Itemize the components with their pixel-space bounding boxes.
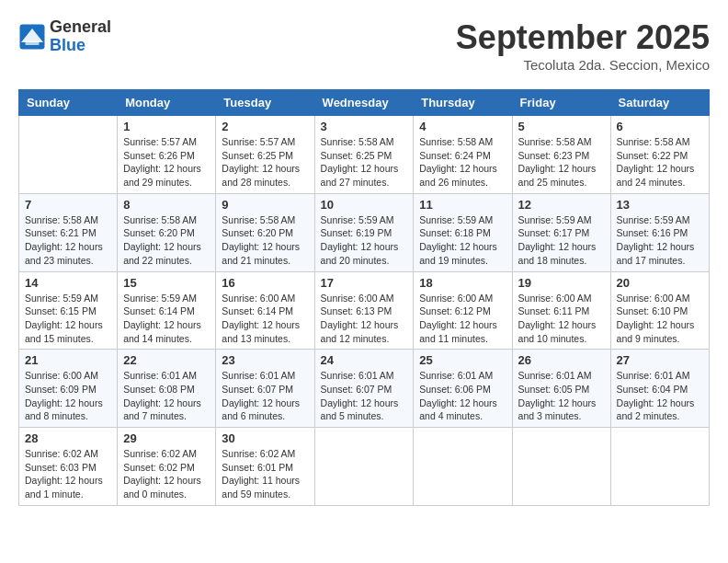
day-info: Sunrise: 6:01 AM Sunset: 6:05 PM Dayligh… <box>518 369 605 423</box>
calendar-cell: 25Sunrise: 6:01 AM Sunset: 6:06 PM Dayli… <box>414 350 512 428</box>
calendar-table: SundayMondayTuesdayWednesdayThursdayFrid… <box>18 89 710 506</box>
calendar-cell <box>414 428 512 506</box>
day-number: 11 <box>419 198 506 212</box>
day-number: 7 <box>25 198 111 212</box>
day-info: Sunrise: 5:59 AM Sunset: 6:17 PM Dayligh… <box>518 213 605 268</box>
calendar-cell: 6Sunrise: 5:58 AM Sunset: 6:22 PM Daylig… <box>610 116 709 194</box>
calendar-body: 1Sunrise: 5:57 AM Sunset: 6:26 PM Daylig… <box>19 116 710 506</box>
weekday-header: Friday <box>512 90 610 116</box>
weekday-header: Thursday <box>414 90 512 116</box>
calendar-cell: 8Sunrise: 5:58 AM Sunset: 6:20 PM Daylig… <box>118 193 216 271</box>
day-info: Sunrise: 6:01 AM Sunset: 6:07 PM Dayligh… <box>321 369 408 423</box>
day-number: 6 <box>617 120 703 133</box>
day-number: 10 <box>321 198 408 212</box>
calendar-cell <box>19 116 118 194</box>
logo-line2: Blue <box>50 36 85 54</box>
calendar-cell: 4Sunrise: 5:58 AM Sunset: 6:24 PM Daylig… <box>414 116 512 194</box>
day-number: 30 <box>222 431 308 445</box>
calendar-cell <box>512 428 610 506</box>
calendar-cell <box>314 428 414 506</box>
day-info: Sunrise: 5:57 AM Sunset: 6:26 PM Dayligh… <box>123 135 210 190</box>
logo-icon <box>18 23 46 51</box>
calendar-cell <box>610 428 709 506</box>
calendar-header: SundayMondayTuesdayWednesdayThursdayFrid… <box>19 90 710 116</box>
calendar-cell: 1Sunrise: 5:57 AM Sunset: 6:26 PM Daylig… <box>118 116 216 194</box>
day-number: 3 <box>321 120 408 133</box>
calendar-cell: 12Sunrise: 5:59 AM Sunset: 6:17 PM Dayli… <box>512 193 610 271</box>
day-number: 9 <box>222 198 308 212</box>
calendar-cell: 15Sunrise: 5:59 AM Sunset: 6:14 PM Dayli… <box>118 271 216 350</box>
calendar-row: 28Sunrise: 6:02 AM Sunset: 6:03 PM Dayli… <box>19 428 710 506</box>
day-number: 17 <box>321 276 408 290</box>
day-info: Sunrise: 5:58 AM Sunset: 6:22 PM Dayligh… <box>617 135 703 190</box>
day-info: Sunrise: 6:00 AM Sunset: 6:11 PM Dayligh… <box>518 292 605 346</box>
day-number: 27 <box>617 353 703 367</box>
title-section: September 2025 Tecoluta 2da. Seccion, Me… <box>456 18 710 73</box>
day-number: 26 <box>518 353 605 367</box>
day-info: Sunrise: 5:57 AM Sunset: 6:25 PM Dayligh… <box>222 135 308 190</box>
calendar-row: 21Sunrise: 6:00 AM Sunset: 6:09 PM Dayli… <box>19 350 710 428</box>
calendar-cell: 22Sunrise: 6:01 AM Sunset: 6:08 PM Dayli… <box>118 350 216 428</box>
calendar-cell: 30Sunrise: 6:02 AM Sunset: 6:01 PM Dayli… <box>216 428 314 506</box>
day-number: 1 <box>123 120 210 133</box>
calendar-cell: 24Sunrise: 6:01 AM Sunset: 6:07 PM Dayli… <box>314 350 414 428</box>
day-info: Sunrise: 6:00 AM Sunset: 6:10 PM Dayligh… <box>617 292 703 346</box>
day-info: Sunrise: 6:01 AM Sunset: 6:07 PM Dayligh… <box>222 369 308 423</box>
calendar-cell: 16Sunrise: 6:00 AM Sunset: 6:14 PM Dayli… <box>216 271 314 350</box>
day-number: 18 <box>419 276 506 290</box>
day-info: Sunrise: 6:00 AM Sunset: 6:13 PM Dayligh… <box>321 292 408 346</box>
day-number: 8 <box>123 198 210 212</box>
weekday-header: Sunday <box>19 90 118 116</box>
calendar-cell: 27Sunrise: 6:01 AM Sunset: 6:04 PM Dayli… <box>610 350 709 428</box>
day-info: Sunrise: 6:00 AM Sunset: 6:12 PM Dayligh… <box>419 292 506 346</box>
calendar-row: 14Sunrise: 5:59 AM Sunset: 6:15 PM Dayli… <box>19 271 710 350</box>
calendar-cell: 2Sunrise: 5:57 AM Sunset: 6:25 PM Daylig… <box>216 116 314 194</box>
calendar-cell: 3Sunrise: 5:58 AM Sunset: 6:25 PM Daylig… <box>314 116 414 194</box>
day-info: Sunrise: 6:00 AM Sunset: 6:09 PM Dayligh… <box>25 369 111 423</box>
day-info: Sunrise: 5:58 AM Sunset: 6:25 PM Dayligh… <box>321 135 408 190</box>
calendar-cell: 23Sunrise: 6:01 AM Sunset: 6:07 PM Dayli… <box>216 350 314 428</box>
calendar-cell: 18Sunrise: 6:00 AM Sunset: 6:12 PM Dayli… <box>414 271 512 350</box>
calendar-cell: 7Sunrise: 5:58 AM Sunset: 6:21 PM Daylig… <box>19 193 118 271</box>
calendar-cell: 28Sunrise: 6:02 AM Sunset: 6:03 PM Dayli… <box>19 428 118 506</box>
day-number: 4 <box>419 120 506 133</box>
day-number: 23 <box>222 353 308 367</box>
day-info: Sunrise: 5:58 AM Sunset: 6:23 PM Dayligh… <box>518 135 605 190</box>
logo-line1: General <box>50 17 111 36</box>
weekday-header: Wednesday <box>314 90 414 116</box>
calendar-cell: 9Sunrise: 5:58 AM Sunset: 6:20 PM Daylig… <box>216 193 314 271</box>
day-number: 25 <box>419 353 506 367</box>
day-info: Sunrise: 5:59 AM Sunset: 6:19 PM Dayligh… <box>321 213 408 268</box>
day-info: Sunrise: 5:58 AM Sunset: 6:20 PM Dayligh… <box>123 213 210 268</box>
day-number: 28 <box>25 431 111 445</box>
calendar-cell: 11Sunrise: 5:59 AM Sunset: 6:18 PM Dayli… <box>414 193 512 271</box>
calendar-cell: 29Sunrise: 6:02 AM Sunset: 6:02 PM Dayli… <box>118 428 216 506</box>
day-info: Sunrise: 5:58 AM Sunset: 6:24 PM Dayligh… <box>419 135 506 190</box>
day-number: 20 <box>617 276 703 290</box>
weekday-header: Saturday <box>610 90 709 116</box>
svg-rect-2 <box>26 40 40 45</box>
day-info: Sunrise: 6:02 AM Sunset: 6:01 PM Dayligh… <box>222 447 308 501</box>
day-number: 13 <box>617 198 703 212</box>
day-number: 21 <box>25 353 111 367</box>
day-info: Sunrise: 5:59 AM Sunset: 6:15 PM Dayligh… <box>25 292 111 346</box>
day-number: 2 <box>222 120 308 133</box>
calendar-cell: 20Sunrise: 6:00 AM Sunset: 6:10 PM Dayli… <box>610 271 709 350</box>
day-info: Sunrise: 5:58 AM Sunset: 6:21 PM Dayligh… <box>25 213 111 268</box>
calendar-cell: 13Sunrise: 5:59 AM Sunset: 6:16 PM Dayli… <box>610 193 709 271</box>
day-info: Sunrise: 5:59 AM Sunset: 6:14 PM Dayligh… <box>123 292 210 346</box>
logo: General Blue <box>18 18 111 55</box>
day-number: 12 <box>518 198 605 212</box>
day-number: 29 <box>123 431 210 445</box>
day-info: Sunrise: 6:00 AM Sunset: 6:14 PM Dayligh… <box>222 292 308 346</box>
location-title: Tecoluta 2da. Seccion, Mexico <box>456 57 710 73</box>
weekday-header: Tuesday <box>216 90 314 116</box>
day-info: Sunrise: 5:58 AM Sunset: 6:20 PM Dayligh… <box>222 213 308 268</box>
month-title: September 2025 <box>456 18 710 57</box>
day-number: 24 <box>321 353 408 367</box>
day-info: Sunrise: 6:01 AM Sunset: 6:08 PM Dayligh… <box>123 369 210 423</box>
calendar-cell: 10Sunrise: 5:59 AM Sunset: 6:19 PM Dayli… <box>314 193 414 271</box>
calendar-cell: 17Sunrise: 6:00 AM Sunset: 6:13 PM Dayli… <box>314 271 414 350</box>
day-number: 14 <box>25 276 111 290</box>
calendar-cell: 26Sunrise: 6:01 AM Sunset: 6:05 PM Dayli… <box>512 350 610 428</box>
